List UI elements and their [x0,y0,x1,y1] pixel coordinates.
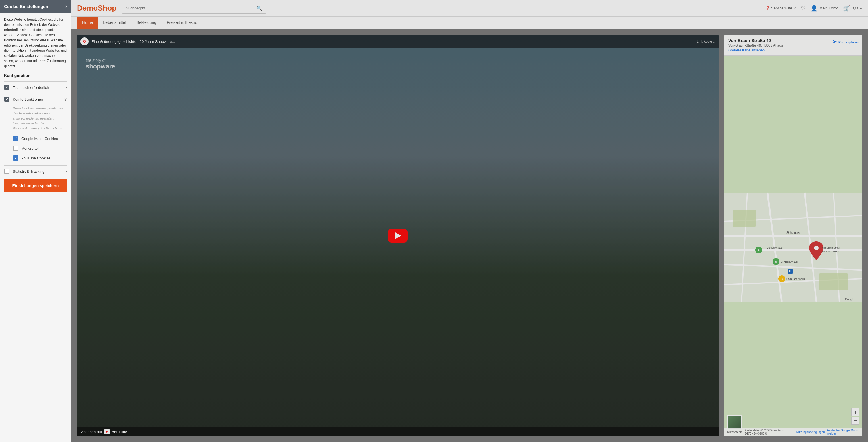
video-play-button[interactable] [388,229,408,243]
nav-item-home[interactable]: Home [77,17,98,29]
svg-rect-10 [733,210,756,227]
video-title: Eine Gründungsgeschichte - 20 Jahre Shop… [91,39,694,44]
cookie-technisch-chevron-icon: › [65,85,67,90]
cookie-statistik-checkbox[interactable] [4,168,10,174]
cookie-section-komfort: Komfortfunktionen ∨ Diese Cookies werden… [4,93,67,165]
search-button[interactable]: 🔍 [253,3,266,13]
map-larger-link[interactable]: Größere Karte ansehen [728,48,765,52]
map-data-label: Kartendaten © 2022 GeoBasis-DE/BKG (©200… [745,429,794,435]
svg-text:H: H [789,269,792,273]
cookie-sidebar: Cookie-Einstellungen › Diese Website ben… [0,0,71,442]
video-container: G Eine Gründungsgeschichte - 20 Jahre Sh… [77,35,718,436]
svg-text:Google: Google [845,298,855,301]
wishlist-icon-group[interactable]: ♡ [801,5,806,12]
map-report-link[interactable]: Fehler bei Google Maps melden [827,429,859,435]
header-icons: ❓ Service/Hilfe ∨ ♡ 👤 Mein Konto 🛒 0,00 … [765,5,862,12]
cookie-statistik-chevron-icon: › [65,169,67,173]
svg-text:A: A [758,249,760,252]
cookie-merkzettel-label: Merkzettel [21,146,38,151]
map-zoom-out-button[interactable]: − [851,417,859,425]
map-container: Von-Braun-Straße 49 Von-Braun-Straße 49,… [724,35,862,436]
youtube-channel-icon: G [81,37,89,45]
map-thumbnail [727,415,742,429]
youtube-logo-bottom: Ansehen auf YouTube [81,429,127,434]
cookie-item-google-maps[interactable]: Google Maps Cookies [13,134,67,144]
map-terms-link[interactable]: Nutzungsbedingungen [796,431,825,434]
cookie-item-merkzettel[interactable]: Merkzettel [13,144,67,153]
yt-icon-small [104,429,110,434]
svg-text:Von-Braun-Straße: Von-Braun-Straße [822,247,841,249]
cookie-komfort-description: Diese Cookies werden genutzt um das Eink… [13,106,67,131]
cookie-section-statistik-header[interactable]: Statistik & Tracking › [4,165,67,177]
cookie-section-statistik: Statistik & Tracking › [4,165,67,177]
account-icon-group[interactable]: 👤 Mein Konto [810,5,838,12]
svg-text:Schloss Ahaus: Schloss Ahaus [781,260,798,263]
cookie-item-youtube[interactable]: YouTube Cookies [13,153,67,163]
map-thumbnail-inner [728,416,741,429]
video-bottom-bar: Ansehen auf YouTube [77,427,718,436]
route-label: Routenplaner [838,40,859,44]
cookie-komfort-checkbox[interactable] [4,96,10,102]
shop-content: G Eine Gründungsgeschichte - 20 Jahre Sh… [71,29,868,442]
question-icon: ❓ [765,6,770,10]
youtube-label: YouTube [112,430,127,434]
shop-main: DemoShop 🔍 ❓ Service/Hilfe ∨ ♡ 👤 Mein Ko… [71,0,868,442]
video-title-bar: G Eine Gründungsgeschichte - 20 Jahre Sh… [77,35,718,48]
search-input[interactable] [122,4,253,13]
cookie-header-title: Cookie-Einstellungen [4,4,48,9]
cookie-technisch-label: Technisch erforderlich [13,85,65,90]
cookie-google-maps-checkbox[interactable] [13,136,19,141]
cookie-section-technisch-header[interactable]: Technisch erforderlich › [4,82,67,93]
cookie-header: Cookie-Einstellungen › [0,0,71,13]
svg-text:S: S [775,260,777,263]
map-zoom-in-button[interactable]: + [851,408,859,416]
watch-on-label: Ansehen auf [81,430,102,434]
cookie-komfort-subsection: Diese Cookies werden genutzt um das Eink… [4,105,67,165]
search-bar: 🔍 [122,3,266,13]
shop-nav: Home Lebensmittel Bekleidung Freizeit & … [71,17,868,29]
shop-logo: DemoShop [77,4,116,13]
cart-total: 0,00 € [852,6,862,10]
nav-item-freizeit[interactable]: Freizeit & Elektro [161,17,203,29]
svg-text:49, 48683 Ahaus: 49, 48683 Ahaus [822,250,839,253]
cart-icon-group[interactable]: 🛒 0,00 € [843,5,862,12]
svg-rect-11 [819,273,848,290]
nav-item-lebensmittel[interactable]: Lebensmittel [98,17,131,29]
cookie-google-maps-label: Google Maps Cookies [21,136,58,141]
cookie-statistik-label: Statistik & Tracking [13,169,65,173]
nav-item-bekleidung[interactable]: Bekleidung [131,17,161,29]
cookie-komfort-chevron-icon: ∨ [64,97,67,101]
map-route-icon[interactable]: ➤ Routenplaner [832,38,859,45]
svg-text:BamBoo! Ahaus: BamBoo! Ahaus [786,278,805,281]
cookie-intro-text: Diese Website benutzt Cookies, die für d… [4,17,67,69]
cookie-youtube-checkbox[interactable] [13,155,19,161]
cookie-config-title: Konfiguration [4,73,67,78]
map-shortcuts-label: Kurzbefehle [727,431,742,434]
cookie-section-technisch: Technisch erforderlich › [4,81,67,93]
service-help-link[interactable]: ❓ Service/Hilfe ∨ [765,6,796,10]
logo-shop: Shop [98,4,116,12]
cookie-save-button[interactable]: Einstellungen speichern [4,179,67,192]
shop-header: DemoShop 🔍 ❓ Service/Hilfe ∨ ♡ 👤 Mein Ko… [71,0,868,17]
map-zoom-controls: + − [851,408,859,425]
map-svg: Ahaus A Action Ahaus S Schloss Ahaus B B… [724,58,862,436]
map-info-box: Von-Braun-Straße 49 Von-Braun-Straße 49,… [724,35,862,56]
cookie-section-komfort-header[interactable]: Komfortfunktionen ∨ [4,93,67,105]
svg-text:Ahaus: Ahaus [786,230,801,235]
map-bottom-bar: Kurzbefehle Kartendaten © 2022 GeoBasis-… [724,428,862,436]
logo-demo: Demo [77,4,98,12]
cookie-close-icon[interactable]: › [65,3,67,9]
yt-channel-letter: G [83,39,86,43]
cookie-youtube-label: YouTube Cookies [21,156,51,160]
svg-text:B: B [781,278,783,281]
shopware-branding: the story of shopware [86,58,115,70]
cookie-komfort-label: Komfortfunktionen [13,97,64,101]
route-arrow-icon: ➤ [832,38,837,44]
svg-point-23 [814,246,818,250]
cookie-merkzettel-checkbox[interactable] [13,146,19,151]
user-icon: 👤 [810,5,818,12]
cookie-technisch-checkbox[interactable] [4,85,10,90]
video-copy-link-button[interactable]: Link kopie... [697,39,715,43]
cookie-body: Diese Website benutzt Cookies, die für d… [0,13,71,442]
heart-icon: ♡ [801,5,806,12]
